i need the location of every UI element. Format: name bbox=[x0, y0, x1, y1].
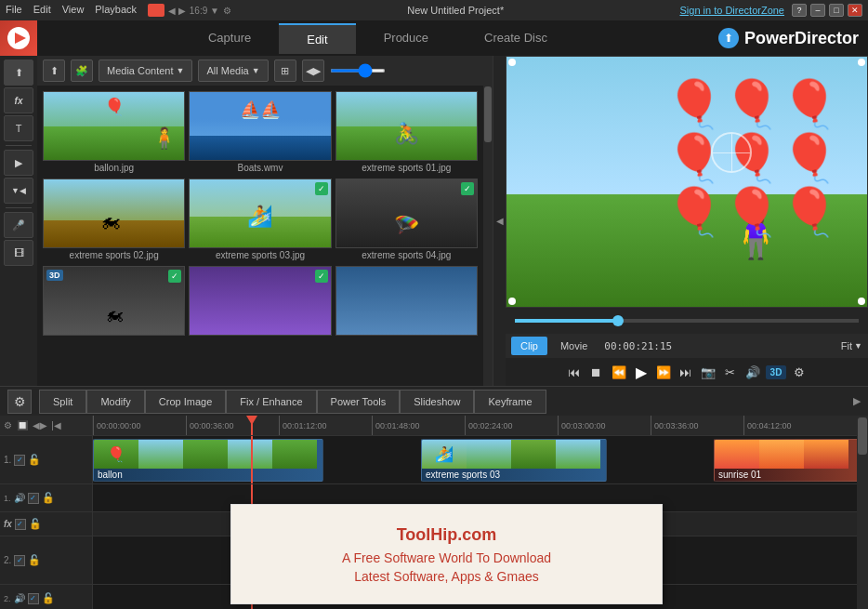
tl-settings-btn[interactable]: ⚙ bbox=[7, 390, 32, 414]
sidebar-separator-1 bbox=[6, 145, 32, 146]
maximize-button[interactable]: □ bbox=[829, 4, 844, 17]
list-item[interactable]: 🏄 ✓ extreme sports 03.jpg bbox=[189, 179, 331, 262]
play-btn-settings[interactable]: ⚙ bbox=[790, 363, 809, 381]
window-controls: ? – □ ✕ bbox=[792, 4, 862, 17]
sidebar-btn-audio[interactable]: 🎤 bbox=[4, 212, 33, 238]
track-1-lock[interactable]: 🔓 bbox=[28, 454, 41, 466]
preview-mode-movie[interactable]: Movie bbox=[551, 337, 597, 355]
tab-capture[interactable]: Capture bbox=[180, 23, 279, 54]
media-check-3d1: ✓ bbox=[168, 270, 181, 283]
table-row[interactable]: 🏄 extreme sports 03 bbox=[421, 439, 607, 482]
minimize-button[interactable]: – bbox=[810, 4, 825, 17]
sidebar-btn-transition[interactable]: ▶ bbox=[4, 150, 33, 176]
list-item[interactable]: 🎈 🧍 ballon.jpg bbox=[43, 91, 185, 175]
clip-thumb-row: 🎈 bbox=[94, 440, 322, 469]
watermark-text: Latest Software, Apps & Gmaes bbox=[354, 569, 538, 584]
media-zoom-slider[interactable] bbox=[330, 69, 386, 73]
play-btn-split[interactable]: ✂ bbox=[721, 363, 740, 381]
ruler-tick-4: 00:02:24:00 bbox=[465, 416, 513, 435]
play-btn-next-frame[interactable]: ⏭ bbox=[677, 363, 695, 381]
close-button[interactable]: ✕ bbox=[848, 4, 862, 17]
track-1a-check[interactable]: ✓ bbox=[28, 493, 39, 504]
media-import-btn[interactable]: ⬆ bbox=[43, 60, 65, 82]
app-logo bbox=[0, 20, 37, 56]
table-row[interactable]: sunrise 01 bbox=[714, 439, 857, 482]
tab-edit[interactable]: Edit bbox=[279, 23, 355, 54]
tl-slideshow-btn[interactable]: Slideshow bbox=[400, 390, 474, 414]
tl-powertools-btn[interactable]: Power Tools bbox=[317, 390, 401, 414]
track-2-num: 2. bbox=[4, 555, 11, 565]
title-bar: File Edit View Playback ◀ ▶ 16:9 ▼ ⚙ New… bbox=[0, 0, 868, 20]
help-button[interactable]: ? bbox=[792, 4, 807, 17]
list-item[interactable]: ✓ bbox=[189, 266, 331, 339]
left-sidebar: ⬆ fx T ▶ ▼◀ 🎤 🎞 bbox=[0, 56, 37, 386]
play-btn-next[interactable]: ⏩ bbox=[654, 363, 673, 381]
media-type-dropdown[interactable]: All Media ▼ bbox=[198, 60, 268, 82]
menu-file[interactable]: File bbox=[6, 4, 22, 17]
preview-fit-dropdown[interactable]: Fit ▼ bbox=[841, 340, 862, 351]
tab-produce[interactable]: Produce bbox=[356, 23, 456, 54]
track-2a-check[interactable]: ✓ bbox=[28, 593, 39, 604]
track-2-lock[interactable]: 🔓 bbox=[28, 554, 41, 566]
track-fx-lock[interactable]: 🔓 bbox=[29, 518, 42, 530]
track-2-label: 2. ✓ 🔓 bbox=[0, 536, 92, 585]
media-item-label: extreme sports 04.jpg bbox=[335, 250, 478, 262]
media-thumb-ballon: 🎈 🧍 bbox=[43, 91, 185, 161]
media-scroll-thumb bbox=[484, 86, 492, 142]
tl-expand-btn[interactable]: ▶ bbox=[853, 395, 861, 407]
media-thumb-3d3 bbox=[335, 266, 478, 336]
preview-mode-clip[interactable]: Clip bbox=[511, 337, 547, 355]
playhead-line-1 bbox=[251, 436, 253, 483]
media-thumb-boats: ⛵⛵ bbox=[189, 91, 331, 161]
sidebar-btn-slideshow[interactable]: 🎞 bbox=[4, 240, 33, 266]
play-btn-rewind-start[interactable]: ⏮ bbox=[565, 363, 584, 381]
media-grid-btn[interactable]: ⊞ bbox=[274, 60, 296, 82]
media-item-label: ballon.jpg bbox=[43, 163, 185, 175]
tl-split-btn[interactable]: Split bbox=[39, 390, 86, 414]
preview-scrubber-thumb bbox=[612, 315, 624, 326]
media-slider-btn[interactable]: ◀▶ bbox=[302, 60, 324, 82]
timeline-vscrollbar[interactable] bbox=[857, 416, 868, 609]
sidebar-btn-import[interactable]: ⬆ bbox=[4, 60, 33, 86]
track-fx-check[interactable]: ✓ bbox=[15, 519, 26, 530]
list-item[interactable]: 🪂 ✓ extreme sports 04.jpg bbox=[335, 179, 478, 262]
tab-create-disc[interactable]: Create Disc bbox=[456, 23, 575, 54]
tl-crop-btn[interactable]: Crop Image bbox=[145, 390, 226, 414]
menu-edit[interactable]: Edit bbox=[33, 4, 51, 17]
sidebar-btn-fx[interactable]: fx bbox=[4, 87, 33, 113]
menu-view[interactable]: View bbox=[62, 4, 85, 17]
table-row[interactable]: 🎈 ballon bbox=[93, 439, 323, 482]
media-thumb-extreme3: 🏄 ✓ bbox=[189, 179, 331, 248]
play-btn-3d[interactable]: 3D bbox=[766, 365, 787, 379]
play-btn-prev[interactable]: ⏪ bbox=[610, 363, 628, 381]
list-item[interactable]: 🚴 extreme sports 01.jpg bbox=[335, 91, 478, 175]
track-2a-lock[interactable]: 🔓 bbox=[42, 592, 55, 604]
list-item[interactable] bbox=[335, 266, 478, 339]
play-btn-play[interactable]: ▶ bbox=[632, 363, 651, 381]
list-item[interactable]: 🏍 ✓ 3D bbox=[43, 266, 185, 339]
preview-scrubber[interactable] bbox=[515, 319, 859, 323]
preview-scrubber-bar bbox=[506, 308, 868, 334]
tl-fix-btn[interactable]: Fix / Enhance bbox=[226, 390, 316, 414]
list-item[interactable]: 🏍 extreme sports 02.jpg bbox=[43, 179, 185, 262]
sidebar-btn-text[interactable]: T bbox=[4, 115, 33, 141]
media-thumb-3d1: 🏍 ✓ 3D bbox=[43, 266, 185, 336]
track-2-check[interactable]: ✓ bbox=[14, 555, 25, 566]
play-btn-prev-frame[interactable]: ⏹ bbox=[587, 363, 606, 381]
tl-keyframe-btn[interactable]: Keyframe bbox=[474, 390, 546, 414]
panel-collapse-btn[interactable]: ◀ bbox=[493, 56, 506, 386]
media-content-dropdown[interactable]: Media Content ▼ bbox=[99, 60, 192, 82]
play-btn-snapshot[interactable]: 📷 bbox=[699, 363, 717, 381]
media-3d-badge-1: 3D bbox=[46, 270, 63, 281]
media-puzzle-btn[interactable]: 🧩 bbox=[71, 60, 93, 82]
sign-in-link[interactable]: Sign in to DirectorZone bbox=[679, 5, 784, 16]
sidebar-btn-filter[interactable]: ▼◀ bbox=[4, 178, 33, 204]
nav-bar: Capture Edit Produce Create Disc ⬆ Power… bbox=[0, 20, 868, 56]
media-scrollbar[interactable] bbox=[483, 86, 493, 386]
track-1-check[interactable]: ✓ bbox=[14, 455, 25, 466]
tl-modify-btn[interactable]: Modify bbox=[86, 390, 144, 414]
menu-playback[interactable]: Playback bbox=[95, 4, 137, 17]
play-btn-audio[interactable]: 🔊 bbox=[743, 363, 762, 381]
list-item[interactable]: ⛵⛵ Boats.wmv bbox=[189, 91, 331, 175]
track-1a-lock[interactable]: 🔓 bbox=[42, 492, 55, 504]
